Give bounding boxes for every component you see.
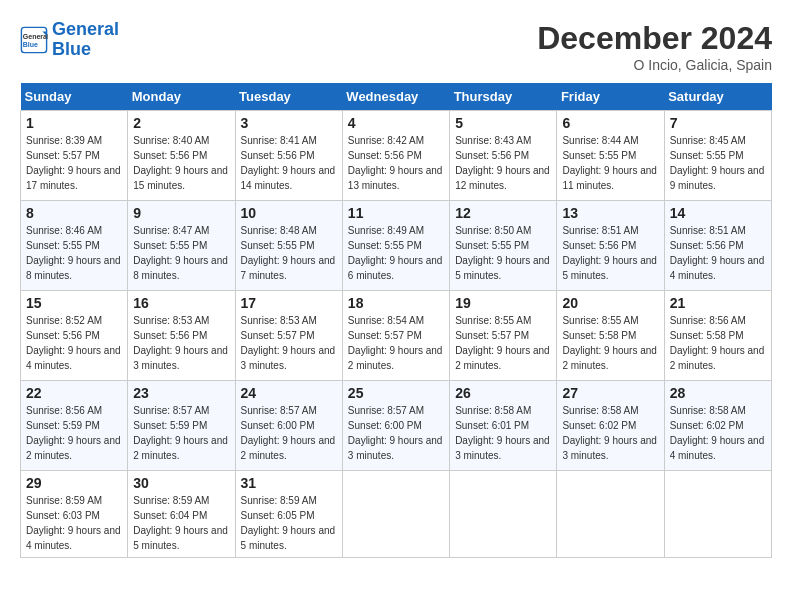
svg-rect-0 (21, 27, 46, 52)
day-number: 18 (348, 295, 444, 311)
calendar-day-cell: 13Sunrise: 8:51 AMSunset: 5:56 PMDayligh… (557, 201, 664, 291)
day-number: 2 (133, 115, 229, 131)
weekday-header: Friday (557, 83, 664, 111)
day-info: Sunrise: 8:53 AMSunset: 5:57 PMDaylight:… (241, 313, 337, 373)
calendar-day-cell: 14Sunrise: 8:51 AMSunset: 5:56 PMDayligh… (664, 201, 771, 291)
day-number: 14 (670, 205, 766, 221)
day-info: Sunrise: 8:54 AMSunset: 5:57 PMDaylight:… (348, 313, 444, 373)
day-number: 11 (348, 205, 444, 221)
day-info: Sunrise: 8:49 AMSunset: 5:55 PMDaylight:… (348, 223, 444, 283)
day-number: 9 (133, 205, 229, 221)
calendar-header: SundayMondayTuesdayWednesdayThursdayFrid… (21, 83, 772, 111)
day-number: 27 (562, 385, 658, 401)
day-info: Sunrise: 8:56 AMSunset: 5:58 PMDaylight:… (670, 313, 766, 373)
day-number: 6 (562, 115, 658, 131)
day-info: Sunrise: 8:44 AMSunset: 5:55 PMDaylight:… (562, 133, 658, 193)
calendar-day-cell: 12Sunrise: 8:50 AMSunset: 5:55 PMDayligh… (450, 201, 557, 291)
day-info: Sunrise: 8:51 AMSunset: 5:56 PMDaylight:… (670, 223, 766, 283)
calendar-day-cell: 16Sunrise: 8:53 AMSunset: 5:56 PMDayligh… (128, 291, 235, 381)
day-info: Sunrise: 8:55 AMSunset: 5:58 PMDaylight:… (562, 313, 658, 373)
calendar-day-cell: 18Sunrise: 8:54 AMSunset: 5:57 PMDayligh… (342, 291, 449, 381)
month-title: December 2024 (537, 20, 772, 57)
svg-text:Blue: Blue (23, 41, 38, 48)
location-subtitle: O Incio, Galicia, Spain (537, 57, 772, 73)
day-number: 17 (241, 295, 337, 311)
day-info: Sunrise: 8:48 AMSunset: 5:55 PMDaylight:… (241, 223, 337, 283)
day-number: 12 (455, 205, 551, 221)
day-number: 7 (670, 115, 766, 131)
day-info: Sunrise: 8:51 AMSunset: 5:56 PMDaylight:… (562, 223, 658, 283)
empty-cell (664, 471, 771, 558)
calendar-day-cell: 25Sunrise: 8:57 AMSunset: 6:00 PMDayligh… (342, 381, 449, 471)
day-number: 13 (562, 205, 658, 221)
calendar-day-cell: 22Sunrise: 8:56 AMSunset: 5:59 PMDayligh… (21, 381, 128, 471)
day-info: Sunrise: 8:58 AMSunset: 6:02 PMDaylight:… (670, 403, 766, 463)
weekday-header: Sunday (21, 83, 128, 111)
calendar-body: 1Sunrise: 8:39 AMSunset: 5:57 PMDaylight… (21, 111, 772, 558)
empty-cell (557, 471, 664, 558)
calendar-day-cell: 15Sunrise: 8:52 AMSunset: 5:56 PMDayligh… (21, 291, 128, 381)
weekday-header: Saturday (664, 83, 771, 111)
day-number: 26 (455, 385, 551, 401)
calendar-day-cell: 1Sunrise: 8:39 AMSunset: 5:57 PMDaylight… (21, 111, 128, 201)
day-number: 16 (133, 295, 229, 311)
day-info: Sunrise: 8:59 AMSunset: 6:04 PMDaylight:… (133, 493, 229, 553)
day-number: 30 (133, 475, 229, 491)
calendar-week-row: 29Sunrise: 8:59 AMSunset: 6:03 PMDayligh… (21, 471, 772, 558)
day-number: 31 (241, 475, 337, 491)
calendar-day-cell: 10Sunrise: 8:48 AMSunset: 5:55 PMDayligh… (235, 201, 342, 291)
day-info: Sunrise: 8:55 AMSunset: 5:57 PMDaylight:… (455, 313, 551, 373)
weekday-header: Monday (128, 83, 235, 111)
page-header: General Blue General Blue December 2024 … (20, 20, 772, 73)
calendar-day-cell: 17Sunrise: 8:53 AMSunset: 5:57 PMDayligh… (235, 291, 342, 381)
day-number: 22 (26, 385, 122, 401)
weekday-header: Tuesday (235, 83, 342, 111)
day-info: Sunrise: 8:52 AMSunset: 5:56 PMDaylight:… (26, 313, 122, 373)
day-info: Sunrise: 8:39 AMSunset: 5:57 PMDaylight:… (26, 133, 122, 193)
day-number: 1 (26, 115, 122, 131)
day-info: Sunrise: 8:41 AMSunset: 5:56 PMDaylight:… (241, 133, 337, 193)
day-number: 10 (241, 205, 337, 221)
empty-cell (450, 471, 557, 558)
day-info: Sunrise: 8:47 AMSunset: 5:55 PMDaylight:… (133, 223, 229, 283)
calendar-day-cell: 3Sunrise: 8:41 AMSunset: 5:56 PMDaylight… (235, 111, 342, 201)
day-info: Sunrise: 8:42 AMSunset: 5:56 PMDaylight:… (348, 133, 444, 193)
calendar-day-cell: 21Sunrise: 8:56 AMSunset: 5:58 PMDayligh… (664, 291, 771, 381)
day-number: 5 (455, 115, 551, 131)
day-number: 23 (133, 385, 229, 401)
calendar-week-row: 22Sunrise: 8:56 AMSunset: 5:59 PMDayligh… (21, 381, 772, 471)
title-block: December 2024 O Incio, Galicia, Spain (537, 20, 772, 73)
calendar-day-cell: 9Sunrise: 8:47 AMSunset: 5:55 PMDaylight… (128, 201, 235, 291)
day-info: Sunrise: 8:58 AMSunset: 6:01 PMDaylight:… (455, 403, 551, 463)
calendar-day-cell: 28Sunrise: 8:58 AMSunset: 6:02 PMDayligh… (664, 381, 771, 471)
day-info: Sunrise: 8:59 AMSunset: 6:03 PMDaylight:… (26, 493, 122, 553)
day-number: 20 (562, 295, 658, 311)
day-info: Sunrise: 8:40 AMSunset: 5:56 PMDaylight:… (133, 133, 229, 193)
calendar-week-row: 15Sunrise: 8:52 AMSunset: 5:56 PMDayligh… (21, 291, 772, 381)
day-info: Sunrise: 8:57 AMSunset: 6:00 PMDaylight:… (241, 403, 337, 463)
day-number: 8 (26, 205, 122, 221)
day-number: 21 (670, 295, 766, 311)
day-info: Sunrise: 8:50 AMSunset: 5:55 PMDaylight:… (455, 223, 551, 283)
calendar-day-cell: 11Sunrise: 8:49 AMSunset: 5:55 PMDayligh… (342, 201, 449, 291)
weekday-header: Wednesday (342, 83, 449, 111)
logo-general: General (52, 19, 119, 39)
day-info: Sunrise: 8:59 AMSunset: 6:05 PMDaylight:… (241, 493, 337, 553)
calendar-day-cell: 5Sunrise: 8:43 AMSunset: 5:56 PMDaylight… (450, 111, 557, 201)
day-number: 3 (241, 115, 337, 131)
logo: General Blue General Blue (20, 20, 119, 60)
calendar-day-cell: 6Sunrise: 8:44 AMSunset: 5:55 PMDaylight… (557, 111, 664, 201)
logo-text: General Blue (52, 20, 119, 60)
calendar-day-cell: 4Sunrise: 8:42 AMSunset: 5:56 PMDaylight… (342, 111, 449, 201)
day-number: 24 (241, 385, 337, 401)
weekday-header: Thursday (450, 83, 557, 111)
logo-blue: Blue (52, 39, 91, 59)
calendar-day-cell: 29Sunrise: 8:59 AMSunset: 6:03 PMDayligh… (21, 471, 128, 558)
svg-text:General: General (23, 32, 48, 39)
logo-icon: General Blue (20, 26, 48, 54)
calendar-day-cell: 26Sunrise: 8:58 AMSunset: 6:01 PMDayligh… (450, 381, 557, 471)
day-info: Sunrise: 8:53 AMSunset: 5:56 PMDaylight:… (133, 313, 229, 373)
calendar-week-row: 1Sunrise: 8:39 AMSunset: 5:57 PMDaylight… (21, 111, 772, 201)
day-info: Sunrise: 8:57 AMSunset: 6:00 PMDaylight:… (348, 403, 444, 463)
day-info: Sunrise: 8:57 AMSunset: 5:59 PMDaylight:… (133, 403, 229, 463)
